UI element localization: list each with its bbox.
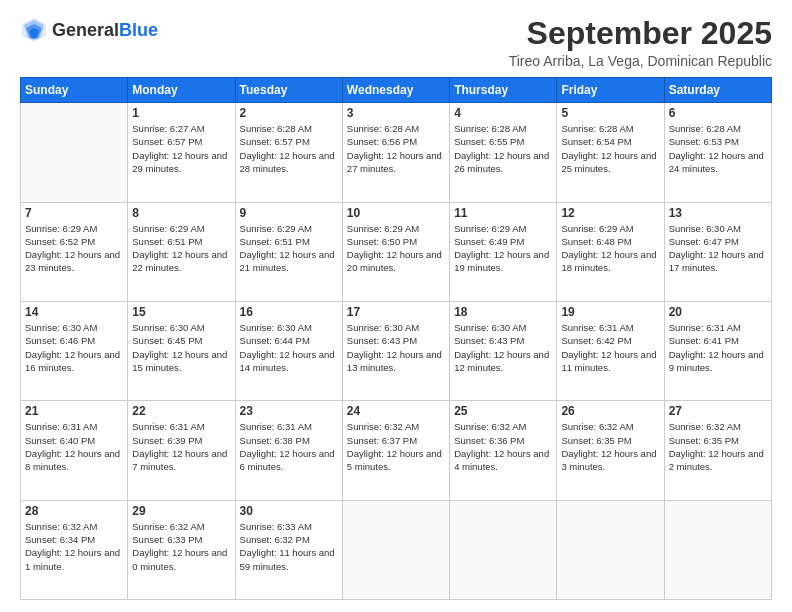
day-info: Sunrise: 6:30 AMSunset: 6:45 PMDaylight:… (132, 321, 230, 374)
logo: GeneralBlue (20, 16, 158, 44)
logo-general: General (52, 20, 119, 40)
location-title: Tireo Arriba, La Vega, Dominican Republi… (509, 53, 772, 69)
day-info: Sunrise: 6:32 AMSunset: 6:35 PMDaylight:… (561, 420, 659, 473)
day-info: Sunrise: 6:30 AMSunset: 6:47 PMDaylight:… (669, 222, 767, 275)
calendar-cell: 23Sunrise: 6:31 AMSunset: 6:38 PMDayligh… (235, 401, 342, 500)
day-number: 19 (561, 305, 659, 319)
calendar-cell: 20Sunrise: 6:31 AMSunset: 6:41 PMDayligh… (664, 301, 771, 400)
calendar-cell: 27Sunrise: 6:32 AMSunset: 6:35 PMDayligh… (664, 401, 771, 500)
month-title: September 2025 (509, 16, 772, 51)
day-number: 1 (132, 106, 230, 120)
calendar-week-row: 28Sunrise: 6:32 AMSunset: 6:34 PMDayligh… (21, 500, 772, 599)
weekday-header-tuesday: Tuesday (235, 78, 342, 103)
weekday-header-saturday: Saturday (664, 78, 771, 103)
calendar-cell: 10Sunrise: 6:29 AMSunset: 6:50 PMDayligh… (342, 202, 449, 301)
day-number: 30 (240, 504, 338, 518)
weekday-header-sunday: Sunday (21, 78, 128, 103)
day-info: Sunrise: 6:29 AMSunset: 6:51 PMDaylight:… (240, 222, 338, 275)
day-info: Sunrise: 6:30 AMSunset: 6:44 PMDaylight:… (240, 321, 338, 374)
day-number: 23 (240, 404, 338, 418)
calendar-cell: 3Sunrise: 6:28 AMSunset: 6:56 PMDaylight… (342, 103, 449, 202)
calendar-cell (450, 500, 557, 599)
day-number: 22 (132, 404, 230, 418)
day-info: Sunrise: 6:28 AMSunset: 6:57 PMDaylight:… (240, 122, 338, 175)
calendar-cell: 26Sunrise: 6:32 AMSunset: 6:35 PMDayligh… (557, 401, 664, 500)
logo-text: GeneralBlue (52, 21, 158, 39)
calendar-cell: 21Sunrise: 6:31 AMSunset: 6:40 PMDayligh… (21, 401, 128, 500)
header: GeneralBlue September 2025 Tireo Arriba,… (20, 16, 772, 69)
calendar-cell: 9Sunrise: 6:29 AMSunset: 6:51 PMDaylight… (235, 202, 342, 301)
day-info: Sunrise: 6:33 AMSunset: 6:32 PMDaylight:… (240, 520, 338, 573)
day-info: Sunrise: 6:32 AMSunset: 6:36 PMDaylight:… (454, 420, 552, 473)
calendar-cell: 14Sunrise: 6:30 AMSunset: 6:46 PMDayligh… (21, 301, 128, 400)
calendar-week-row: 1Sunrise: 6:27 AMSunset: 6:57 PMDaylight… (21, 103, 772, 202)
day-number: 8 (132, 206, 230, 220)
calendar-cell: 2Sunrise: 6:28 AMSunset: 6:57 PMDaylight… (235, 103, 342, 202)
weekday-header-thursday: Thursday (450, 78, 557, 103)
day-number: 26 (561, 404, 659, 418)
calendar-cell: 18Sunrise: 6:30 AMSunset: 6:43 PMDayligh… (450, 301, 557, 400)
calendar-cell: 24Sunrise: 6:32 AMSunset: 6:37 PMDayligh… (342, 401, 449, 500)
day-number: 6 (669, 106, 767, 120)
day-number: 13 (669, 206, 767, 220)
calendar-cell: 22Sunrise: 6:31 AMSunset: 6:39 PMDayligh… (128, 401, 235, 500)
day-info: Sunrise: 6:29 AMSunset: 6:52 PMDaylight:… (25, 222, 123, 275)
day-info: Sunrise: 6:31 AMSunset: 6:41 PMDaylight:… (669, 321, 767, 374)
calendar-cell: 13Sunrise: 6:30 AMSunset: 6:47 PMDayligh… (664, 202, 771, 301)
calendar-cell: 1Sunrise: 6:27 AMSunset: 6:57 PMDaylight… (128, 103, 235, 202)
calendar-cell: 29Sunrise: 6:32 AMSunset: 6:33 PMDayligh… (128, 500, 235, 599)
calendar-cell: 12Sunrise: 6:29 AMSunset: 6:48 PMDayligh… (557, 202, 664, 301)
day-info: Sunrise: 6:31 AMSunset: 6:39 PMDaylight:… (132, 420, 230, 473)
day-number: 17 (347, 305, 445, 319)
day-info: Sunrise: 6:27 AMSunset: 6:57 PMDaylight:… (132, 122, 230, 175)
logo-icon (20, 16, 48, 44)
day-info: Sunrise: 6:32 AMSunset: 6:33 PMDaylight:… (132, 520, 230, 573)
calendar-cell: 5Sunrise: 6:28 AMSunset: 6:54 PMDaylight… (557, 103, 664, 202)
day-info: Sunrise: 6:28 AMSunset: 6:56 PMDaylight:… (347, 122, 445, 175)
day-number: 29 (132, 504, 230, 518)
day-info: Sunrise: 6:29 AMSunset: 6:48 PMDaylight:… (561, 222, 659, 275)
calendar-table: SundayMondayTuesdayWednesdayThursdayFrid… (20, 77, 772, 600)
calendar-cell: 8Sunrise: 6:29 AMSunset: 6:51 PMDaylight… (128, 202, 235, 301)
day-number: 9 (240, 206, 338, 220)
title-block: September 2025 Tireo Arriba, La Vega, Do… (509, 16, 772, 69)
calendar-cell (342, 500, 449, 599)
day-info: Sunrise: 6:32 AMSunset: 6:37 PMDaylight:… (347, 420, 445, 473)
day-info: Sunrise: 6:30 AMSunset: 6:43 PMDaylight:… (454, 321, 552, 374)
calendar-week-row: 21Sunrise: 6:31 AMSunset: 6:40 PMDayligh… (21, 401, 772, 500)
calendar-cell: 11Sunrise: 6:29 AMSunset: 6:49 PMDayligh… (450, 202, 557, 301)
day-number: 25 (454, 404, 552, 418)
day-info: Sunrise: 6:28 AMSunset: 6:54 PMDaylight:… (561, 122, 659, 175)
calendar-cell: 7Sunrise: 6:29 AMSunset: 6:52 PMDaylight… (21, 202, 128, 301)
day-info: Sunrise: 6:32 AMSunset: 6:35 PMDaylight:… (669, 420, 767, 473)
day-number: 14 (25, 305, 123, 319)
day-info: Sunrise: 6:28 AMSunset: 6:55 PMDaylight:… (454, 122, 552, 175)
day-number: 15 (132, 305, 230, 319)
logo-blue: Blue (119, 20, 158, 40)
day-number: 12 (561, 206, 659, 220)
day-number: 18 (454, 305, 552, 319)
calendar-cell: 19Sunrise: 6:31 AMSunset: 6:42 PMDayligh… (557, 301, 664, 400)
day-info: Sunrise: 6:29 AMSunset: 6:49 PMDaylight:… (454, 222, 552, 275)
calendar-cell: 28Sunrise: 6:32 AMSunset: 6:34 PMDayligh… (21, 500, 128, 599)
day-info: Sunrise: 6:31 AMSunset: 6:40 PMDaylight:… (25, 420, 123, 473)
day-info: Sunrise: 6:29 AMSunset: 6:51 PMDaylight:… (132, 222, 230, 275)
day-info: Sunrise: 6:28 AMSunset: 6:53 PMDaylight:… (669, 122, 767, 175)
weekday-header-friday: Friday (557, 78, 664, 103)
day-number: 3 (347, 106, 445, 120)
calendar-week-row: 14Sunrise: 6:30 AMSunset: 6:46 PMDayligh… (21, 301, 772, 400)
day-number: 27 (669, 404, 767, 418)
calendar-cell: 17Sunrise: 6:30 AMSunset: 6:43 PMDayligh… (342, 301, 449, 400)
day-number: 28 (25, 504, 123, 518)
day-number: 21 (25, 404, 123, 418)
day-info: Sunrise: 6:30 AMSunset: 6:43 PMDaylight:… (347, 321, 445, 374)
day-info: Sunrise: 6:29 AMSunset: 6:50 PMDaylight:… (347, 222, 445, 275)
calendar-week-row: 7Sunrise: 6:29 AMSunset: 6:52 PMDaylight… (21, 202, 772, 301)
day-number: 7 (25, 206, 123, 220)
day-info: Sunrise: 6:31 AMSunset: 6:38 PMDaylight:… (240, 420, 338, 473)
day-info: Sunrise: 6:30 AMSunset: 6:46 PMDaylight:… (25, 321, 123, 374)
calendar-cell: 25Sunrise: 6:32 AMSunset: 6:36 PMDayligh… (450, 401, 557, 500)
weekday-header-wednesday: Wednesday (342, 78, 449, 103)
calendar-cell: 16Sunrise: 6:30 AMSunset: 6:44 PMDayligh… (235, 301, 342, 400)
day-number: 24 (347, 404, 445, 418)
